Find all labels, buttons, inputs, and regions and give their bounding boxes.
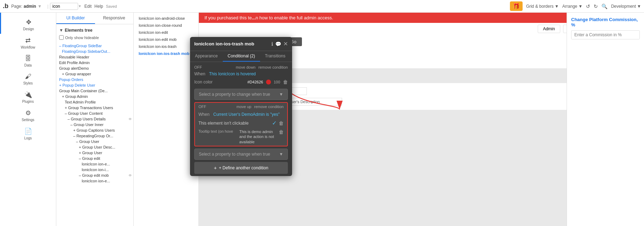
cond1-move-down[interactable]: move down: [236, 65, 255, 69]
tree-collapse-icon[interactable]: ▼: [59, 28, 63, 33]
tree-item-group-captions[interactable]: + Group Captions Users: [56, 127, 133, 133]
tree-item-text-admin[interactable]: Text Admin Profile: [56, 99, 133, 105]
cond1-when-label: When: [194, 71, 207, 76]
modal-info-icon[interactable]: ℹ: [271, 41, 273, 47]
tree-item-group-users-details[interactable]: – Group Users Details 👁: [56, 116, 133, 122]
development-menu[interactable]: Development ▼: [611, 4, 641, 9]
sidebar-item-settings[interactable]: ⚙ Settings: [0, 106, 56, 125]
tree-item-group-wrapper[interactable]: + Group wrapper: [56, 71, 133, 77]
modal-close-button[interactable]: ✕: [283, 40, 288, 47]
tree-item-group-user-inner[interactable]: – Group User Inner: [56, 122, 133, 127]
tree-item-floating-sidebar[interactable]: – FloatingGroup SideBar: [56, 43, 133, 49]
logo: .b: [3, 2, 8, 10]
settings-label: Settings: [21, 118, 34, 122]
tree-item-popup-orders[interactable]: Popup Orders: [56, 77, 133, 82]
cond1-select-label: Select a property to change when true: [199, 92, 270, 97]
tree-item-group-edit[interactable]: – Group edit: [56, 156, 133, 161]
tree-item-group-user-desc[interactable]: + Group User Desc...: [56, 144, 133, 150]
element-ionicicon-android-close[interactable]: IonicIcon ion-android-close: [137, 15, 196, 22]
sidebar-item-data[interactable]: 🗄 Data: [0, 52, 56, 70]
edit-menu[interactable]: Edit: [84, 4, 92, 9]
cond2-off[interactable]: OFF: [198, 105, 206, 109]
cond2-when-value[interactable]: Current User's DemoAdmin is "yes": [213, 112, 280, 117]
tree-item-floating-sidebarout[interactable]: FloatingGroup SidebarOut...: [56, 49, 133, 54]
help-menu[interactable]: Help: [94, 4, 103, 9]
element-search-input[interactable]: [50, 3, 78, 10]
element-list: IonicIcon ion-android-close IonicIcon io…: [134, 13, 198, 59]
redo-button[interactable]: ↻: [594, 4, 598, 9]
active-indicator: [0, 13, 1, 32]
modal-tab-appearance[interactable]: Appearance: [190, 51, 223, 62]
grid-borders-menu[interactable]: Grid & borders ▼: [526, 4, 559, 9]
element-ionicicon-close-round[interactable]: IonicIcon ion-close-round: [137, 22, 196, 29]
modal-tab-transitions[interactable]: Transitions: [260, 51, 290, 62]
cond1-color-delete[interactable]: 🗑: [283, 79, 288, 85]
define-condition-label: + Define another condition: [219, 165, 268, 170]
cond2-select-property[interactable]: Select a property to change when true ▼: [194, 149, 288, 160]
tree-item-group-admin[interactable]: + Group Admin: [56, 94, 133, 99]
cond1-color-swatch[interactable]: [266, 80, 271, 84]
tree-item-popup-delete[interactable]: + Popup Delete User: [56, 82, 133, 88]
tree-item-group-main[interactable]: Group Main Container (De...: [56, 88, 133, 94]
element-ionicicon-edit-mob[interactable]: IonicIcon ion-edit mob: [137, 36, 196, 43]
red-banner-text: If you purchased this te...n how to enab…: [204, 15, 333, 20]
tree-item-group-user-content[interactable]: – Group User Content: [56, 111, 133, 116]
element-ionicicon-ios-trash-mob[interactable]: IonicIcon ion-ios-trash mob: [137, 50, 196, 57]
cond1-off[interactable]: OFF: [194, 65, 202, 69]
eye-icon-users-details[interactable]: 👁: [128, 117, 132, 121]
page-dropdown-icon[interactable]: ▼: [38, 4, 42, 9]
element-search-dropdown[interactable]: ▼: [78, 4, 82, 8]
cond1-color-value: #D42626: [247, 80, 263, 84]
sidebar-item-plugins[interactable]: 🔌 Plugins: [0, 88, 56, 106]
cond2-tooltip-delete[interactable]: 🗑: [279, 129, 284, 135]
tree-item-group-user2[interactable]: + Group User: [56, 150, 133, 156]
element-ionicicon-edit[interactable]: IonicIcon ion-edit: [137, 29, 196, 36]
left-sidebar: ✥ Design ⇄ Workflow 🗄 Data 🖌 Styles 🔌 Pl…: [0, 13, 56, 226]
tree-item-edit-profile[interactable]: Edit Profile Admin: [56, 60, 133, 65]
sidebar-item-styles[interactable]: 🖌 Styles: [0, 70, 56, 88]
undo-button[interactable]: ↺: [586, 4, 590, 9]
tree-item-ionicicon-e2[interactable]: IonicIcon ion-e...: [56, 178, 133, 184]
cond1-remove[interactable]: remove condition: [258, 65, 288, 69]
tab-ui-builder[interactable]: UI Builder: [56, 13, 95, 24]
condition2-top-row: OFF move up remove condition: [195, 103, 287, 111]
commission-input[interactable]: [571, 30, 640, 39]
tree-item-group-alert[interactable]: Group alertDemo: [56, 65, 133, 71]
tree-item-reusable-header[interactable]: Reusable Header: [56, 54, 133, 60]
admin-button[interactable]: Admin: [538, 25, 560, 33]
gift-icon[interactable]: 🎁: [510, 1, 523, 11]
arrange-menu[interactable]: Arrange ▼: [562, 4, 583, 9]
plugins-icon: 🔌: [24, 91, 32, 99]
tab-responsive[interactable]: Responsive: [95, 13, 134, 24]
eye-icon-edit-mob[interactable]: 👁: [128, 174, 132, 177]
cond2-prop1-label: This element isn't clickable: [198, 121, 270, 126]
sidebar-item-design[interactable]: ✥ Design: [0, 15, 56, 34]
tree-item-group-edit-mob[interactable]: – Group edit mob 👁: [56, 172, 133, 178]
cond1-when-value[interactable]: This IonicIcon is hovered: [209, 71, 256, 76]
only-show-hideable-row[interactable]: Only show hideable: [59, 34, 131, 41]
only-show-hideable-checkbox[interactable]: [59, 35, 64, 40]
modal-chat-icon[interactable]: 💬: [275, 41, 281, 47]
tree-item-group-user[interactable]: – Group User: [56, 139, 133, 144]
modal-tab-conditional[interactable]: Conditional (2): [223, 51, 260, 62]
settings-icon: ⚙: [25, 109, 31, 117]
elements-panel: UI Builder Responsive ▼ Elements tree On…: [56, 13, 134, 226]
modal-title: IonicIcon ion-ios-trash mob: [194, 41, 269, 46]
sidebar-item-logs[interactable]: 📄 Logs: [0, 125, 56, 143]
tree-item-ionicicon-i[interactable]: IonicIcon ion-i...: [56, 167, 133, 172]
tree-item-repeating-group[interactable]: – RepeatingGroup Or...: [56, 133, 133, 139]
tree-item-ionicicon-e[interactable]: IonicIcon ion-e...: [56, 161, 133, 167]
define-condition-button[interactable]: + + Define another condition: [194, 162, 288, 174]
page-selector[interactable]: Page: admin ▼: [11, 4, 42, 9]
sidebar-item-workflow[interactable]: ⇄ Workflow: [0, 34, 56, 52]
element-ionicicon-ios-trash[interactable]: IonicIcon ion-ios-trash: [137, 43, 196, 50]
cond1-select-arrow: ▼: [279, 92, 283, 97]
tree-item-group-transactions[interactable]: + Group Transactions Users: [56, 105, 133, 111]
cond2-remove[interactable]: remove condition: [254, 105, 284, 109]
cond2-move-up[interactable]: move up: [236, 105, 251, 109]
cond2-prop1-delete[interactable]: 🗑: [279, 120, 284, 126]
saved-status: Saved: [106, 4, 117, 8]
search-button[interactable]: 🔍: [601, 4, 607, 9]
cond2-prop1-check[interactable]: ✓: [272, 120, 277, 126]
cond1-select-property[interactable]: Select a property to change when true ▼: [194, 89, 288, 100]
